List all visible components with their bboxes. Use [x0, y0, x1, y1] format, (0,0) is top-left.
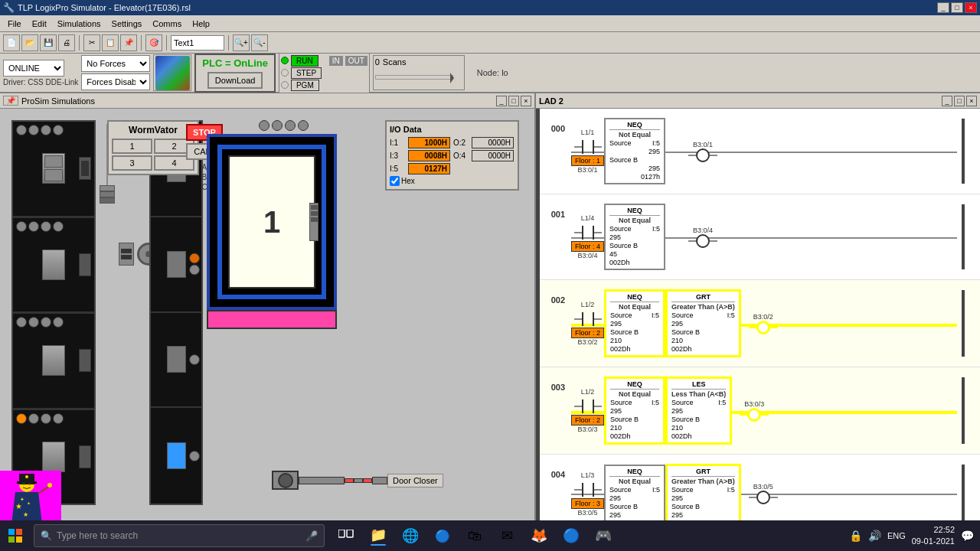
- taskbar-firefox-btn[interactable]: 🦊: [524, 520, 554, 551]
- forces-disabled-dropdown[interactable]: Forces Disabled: [81, 73, 150, 90]
- taskbar-store-btn[interactable]: 🛍: [459, 520, 490, 551]
- floor4-btn2[interactable]: [28, 125, 39, 135]
- elev-floor-btn3[interactable]: [285, 120, 296, 131]
- neq-000-srcb-hexval: 0127h: [641, 173, 660, 181]
- floor2-btn2[interactable]: [28, 317, 39, 328]
- menu-file[interactable]: File: [3, 18, 26, 30]
- hex-label: Hex: [401, 177, 415, 185]
- download-button[interactable]: DownLoad: [207, 72, 263, 89]
- lad-minimize-button[interactable]: _: [942, 96, 952, 106]
- cut-button[interactable]: ✂: [83, 34, 100, 51]
- taskbar-clock[interactable]: 22:52 09-01-2021: [912, 524, 955, 548]
- menu-simulations[interactable]: Simulations: [53, 18, 106, 30]
- lad-restore-button[interactable]: □: [954, 96, 965, 106]
- wormvator-btn-1[interactable]: 1: [112, 139, 152, 154]
- sim-minimize-button[interactable]: _: [496, 96, 507, 106]
- io-value-o4[interactable]: 0000H: [472, 150, 514, 161]
- elev-floor-btn2[interactable]: [272, 120, 283, 131]
- taskbar-network-icon[interactable]: 🔒: [849, 530, 862, 542]
- run-button[interactable]: RUN: [291, 55, 318, 67]
- sim-maximize-button[interactable]: □: [508, 96, 519, 106]
- zoom-out-button[interactable]: 🔍-: [251, 34, 268, 51]
- sim-panel: 📌 ProSim Simulations _ □ ×: [0, 93, 536, 549]
- floor4-btn4[interactable]: [53, 125, 64, 135]
- start-button[interactable]: [0, 520, 31, 551]
- paste-button[interactable]: 📌: [120, 34, 137, 51]
- taskbar-ie-btn[interactable]: 🔵: [427, 520, 458, 551]
- menu-edit[interactable]: Edit: [28, 18, 51, 30]
- close-button[interactable]: ×: [965, 2, 977, 13]
- step-button[interactable]: STEP: [291, 67, 322, 79]
- s2-btn3-1[interactable]: [189, 253, 200, 264]
- floor1-btn4[interactable]: [53, 413, 64, 424]
- print-button[interactable]: 🖨: [58, 34, 75, 51]
- text-input[interactable]: [171, 35, 224, 51]
- sim-close-button[interactable]: ×: [521, 96, 531, 106]
- lad-content[interactable]: 000 L1/1: [536, 109, 980, 549]
- taskbar-chrome-btn[interactable]: 🔵: [556, 520, 586, 551]
- floor1-btn1[interactable]: [16, 413, 27, 424]
- floor3-btn1[interactable]: [16, 221, 27, 232]
- les-003-row4: 210: [671, 424, 726, 432]
- menu-help[interactable]: Help: [188, 18, 214, 30]
- save-button[interactable]: 💾: [40, 34, 57, 51]
- mode-dropdown[interactable]: ONLINE: [3, 60, 64, 77]
- taskbar-taskview-btn[interactable]: [331, 520, 361, 551]
- io-value-i5[interactable]: 0127H: [408, 163, 450, 174]
- coil-b3-0-2-sym: [749, 321, 778, 334]
- floor2-btn4[interactable]: [53, 317, 64, 328]
- menu-settings[interactable]: Settings: [107, 18, 147, 30]
- taskbar-mic-icon[interactable]: 🎤: [305, 530, 318, 542]
- taskbar-game-btn[interactable]: 🎮: [588, 520, 619, 551]
- taskbar-fileexplorer-btn[interactable]: 📁: [363, 520, 394, 551]
- forces-dropdown[interactable]: No Forces: [81, 55, 150, 72]
- s2-btn1[interactable]: [189, 451, 200, 461]
- sim-panel-pin[interactable]: 📌: [3, 96, 18, 106]
- maximize-button[interactable]: □: [951, 2, 963, 13]
- wormvator-btn-3[interactable]: 3: [112, 155, 152, 171]
- addr-b3-0-1-contact: B3:0/1: [571, 166, 604, 174]
- taskbar-mail-btn[interactable]: ✉: [492, 520, 522, 551]
- elev-floor-btn1[interactable]: [259, 120, 270, 131]
- new-button[interactable]: 📄: [3, 34, 20, 51]
- neq-003-srca-num: 295: [610, 407, 622, 415]
- copy-button[interactable]: 📋: [102, 34, 119, 51]
- hex-checkbox[interactable]: [390, 176, 400, 186]
- io-row-1: I:1 1000H O:2 0000H: [390, 137, 514, 148]
- taskbar-notification-icon[interactable]: 💬: [961, 530, 974, 542]
- open-button[interactable]: 📂: [21, 34, 38, 51]
- s2-btn2[interactable]: [189, 354, 200, 365]
- taskbar-search[interactable]: 🔍 Type here to search 🎤: [34, 524, 325, 547]
- floor1-btn3[interactable]: [41, 413, 51, 424]
- target-button[interactable]: 🎯: [145, 34, 162, 51]
- zoom-in-button[interactable]: 🔍+: [233, 34, 250, 51]
- s2-btn3-2[interactable]: [189, 265, 200, 276]
- neq-003-row5: 002Dh: [610, 432, 659, 440]
- taskbar-lang[interactable]: ENG: [887, 531, 906, 540]
- pgm-radio[interactable]: [281, 81, 289, 89]
- pgm-button[interactable]: PGM: [291, 80, 319, 91]
- floor3-btn3[interactable]: [41, 221, 51, 232]
- step-radio[interactable]: [281, 69, 289, 77]
- grt-004-subtitle: Greater Than (A>B): [671, 478, 735, 485]
- run-radio[interactable]: [281, 57, 289, 64]
- floor2-btn1[interactable]: [16, 317, 27, 328]
- coil-b3-0-1-addr: B3:0/1: [693, 141, 713, 148]
- io-value-i1[interactable]: 1000H: [408, 137, 450, 148]
- contact-l1-3-bot: Floor : 3 B3:0/5: [571, 498, 604, 517]
- taskbar-edge-btn[interactable]: 🌐: [395, 520, 426, 551]
- lad-close-button[interactable]: ×: [966, 96, 977, 106]
- floor3-btn2[interactable]: [28, 221, 39, 232]
- elev-floor-btn4[interactable]: [298, 120, 309, 131]
- floor1-btn2[interactable]: [28, 413, 39, 424]
- menu-comms[interactable]: Comms: [148, 18, 186, 30]
- floor3-btn4[interactable]: [53, 221, 64, 232]
- minimize-button[interactable]: _: [937, 2, 949, 13]
- io-value-o2[interactable]: 0000H: [472, 137, 514, 148]
- floor2-btn3[interactable]: [41, 317, 51, 328]
- io-value-i3[interactable]: 0008H: [408, 150, 450, 161]
- floor4-btn1[interactable]: [16, 125, 27, 135]
- taskbar-volume-icon[interactable]: 🔊: [868, 530, 881, 542]
- coil-circle-b3-0-4: [696, 234, 710, 248]
- floor4-btn3[interactable]: [41, 125, 51, 135]
